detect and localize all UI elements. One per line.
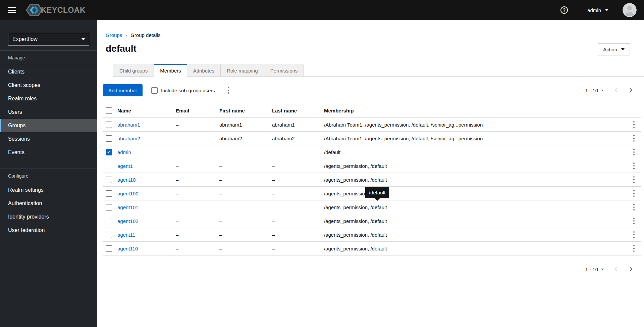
member-name-link[interactable]: abraham1	[117, 122, 176, 128]
member-email: –	[176, 136, 219, 141]
row-checkbox-cell	[103, 218, 117, 224]
member-name-link[interactable]: agent11	[117, 232, 176, 238]
user-dropdown[interactable]: admin	[587, 7, 608, 13]
row-kebab-button[interactable]	[631, 174, 637, 185]
row-checkbox[interactable]	[106, 177, 112, 183]
pagination-range-label: 1 - 10	[585, 267, 598, 272]
member-membership: /Abraham Team1, /agents_permission, /def…	[324, 122, 627, 128]
row-kebab-button[interactable]	[631, 188, 637, 199]
member-first-name: –	[219, 163, 272, 169]
row-kebab-button[interactable]	[631, 133, 637, 144]
row-actions-cell	[627, 174, 641, 185]
nav-section-title: Manage	[0, 51, 97, 65]
sidebar-item-sessions[interactable]: Sessions	[0, 132, 97, 146]
sidebar-item-authentication[interactable]: Authentication	[0, 197, 97, 210]
row-kebab-button[interactable]	[631, 243, 637, 254]
row-kebab-button[interactable]	[631, 229, 637, 240]
row-checkbox[interactable]	[106, 135, 112, 142]
tab-role-mapping[interactable]: Role mapping	[221, 64, 264, 77]
member-membership: /agents_permission, /default	[324, 232, 627, 238]
row-kebab-button[interactable]	[631, 119, 637, 130]
sidebar-item-groups[interactable]: Groups	[0, 119, 97, 132]
row-checkbox[interactable]	[106, 245, 112, 252]
row-checkbox[interactable]	[106, 122, 112, 128]
sidebar-item-users[interactable]: Users	[0, 105, 97, 119]
prev-page-button[interactable]	[611, 85, 621, 95]
toolbar-kebab-button[interactable]	[225, 85, 232, 96]
row-kebab-button[interactable]	[631, 160, 637, 171]
avatar[interactable]	[623, 3, 637, 17]
member-last-name: –	[272, 246, 324, 251]
row-actions-cell	[627, 147, 641, 157]
members-table-header: Name Email First name Last name Membersh…	[103, 104, 641, 118]
tooltip: /default	[365, 187, 389, 198]
row-checkbox[interactable]	[106, 163, 112, 169]
col-header-last-name: Last name	[272, 108, 324, 113]
realm-name: Expertflow	[12, 36, 38, 42]
select-all-checkbox[interactable]	[106, 107, 112, 114]
realm-selector[interactable]: Expertflow	[8, 33, 89, 46]
members-table-body: abraham1–abraham1abraham1/Abraham Team1,…	[103, 118, 641, 255]
row-checkbox[interactable]	[106, 190, 112, 197]
member-first-name: abraham1	[219, 122, 272, 128]
member-membership: /agents_permission, /default	[324, 204, 627, 210]
row-checkbox[interactable]	[106, 218, 112, 224]
row-actions-cell	[627, 133, 641, 144]
row-kebab-button[interactable]	[631, 216, 637, 226]
action-dropdown-button[interactable]: Action	[598, 43, 630, 55]
add-member-button[interactable]: Add member	[103, 84, 143, 96]
member-last-name: –	[272, 204, 324, 210]
member-name-link[interactable]: agent110	[117, 246, 176, 251]
members-toolbar: Add member Include sub-group users 1 - 1…	[103, 84, 636, 96]
row-kebab-button[interactable]	[631, 147, 637, 157]
help-icon[interactable]: ?	[560, 6, 568, 14]
sidebar-item-user-federation[interactable]: User federation	[0, 224, 97, 237]
row-kebab-button[interactable]	[631, 202, 637, 213]
next-page-button[interactable]	[626, 264, 636, 274]
row-checkbox[interactable]	[106, 232, 112, 238]
member-name-link[interactable]: admin	[117, 149, 176, 155]
row-actions-cell	[627, 229, 641, 240]
tab-attributes[interactable]: Attributes	[187, 64, 221, 77]
member-name-link[interactable]: agent101	[117, 204, 176, 210]
sidebar-item-realm-roles[interactable]: Realm roles	[0, 92, 97, 105]
brand-text: KEYCLOAK	[41, 6, 86, 15]
sidebar-item-identity-providers[interactable]: Identity providers	[0, 210, 97, 224]
sidebar-item-client-scopes[interactable]: Client scopes	[0, 79, 97, 92]
member-first-name: –	[219, 218, 272, 224]
table-row: agent110–––/agents_permission, /default	[103, 242, 641, 255]
table-row: abraham2–abraham2abraham2/Abraham Team1,…	[103, 132, 641, 145]
pagination-range-dropdown[interactable]: 1 - 10	[585, 88, 604, 93]
member-name-link[interactable]: abraham2	[117, 136, 176, 141]
pagination-range-dropdown[interactable]: 1 - 10	[585, 267, 604, 272]
member-last-name: –	[272, 232, 324, 238]
nav-section-configure: ConfigureRealm settingsAuthenticationIde…	[0, 169, 97, 237]
nav-toggle-hamburger-icon[interactable]	[8, 7, 16, 13]
breadcrumb-groups-link[interactable]: Groups	[106, 32, 122, 38]
member-last-name: abraham1	[272, 122, 324, 128]
tab-permissions[interactable]: Permissions	[264, 64, 304, 77]
member-name-link[interactable]: agent100	[117, 191, 176, 196]
member-name-link[interactable]: agent102	[117, 218, 176, 224]
tab-members[interactable]: Members	[154, 64, 187, 77]
next-page-button[interactable]	[626, 85, 636, 95]
prev-page-button[interactable]	[611, 264, 621, 274]
member-email: –	[176, 218, 219, 224]
col-header-name: Name	[117, 108, 176, 113]
sidebar-item-clients[interactable]: Clients	[0, 65, 97, 79]
include-subgroup-checkbox[interactable]	[151, 87, 158, 94]
member-email: –	[176, 191, 219, 196]
row-checkbox-cell	[103, 163, 117, 169]
realm-selector-wrap: Expertflow	[0, 20, 97, 50]
sidebar-item-events[interactable]: Events	[0, 146, 97, 159]
chevron-down-icon	[82, 38, 85, 40]
tab-child-groups[interactable]: Child groups	[113, 64, 154, 77]
page-header: default Action	[97, 38, 644, 55]
member-name-link[interactable]: agent1	[117, 163, 176, 169]
sidebar-item-realm-settings[interactable]: Realm settings	[0, 183, 97, 197]
row-checkbox-cell	[103, 190, 117, 197]
row-checkbox[interactable]	[106, 149, 112, 155]
members-table: Name Email First name Last name Membersh…	[103, 104, 641, 255]
row-checkbox[interactable]	[106, 204, 112, 211]
member-name-link[interactable]: agent10	[117, 177, 176, 183]
